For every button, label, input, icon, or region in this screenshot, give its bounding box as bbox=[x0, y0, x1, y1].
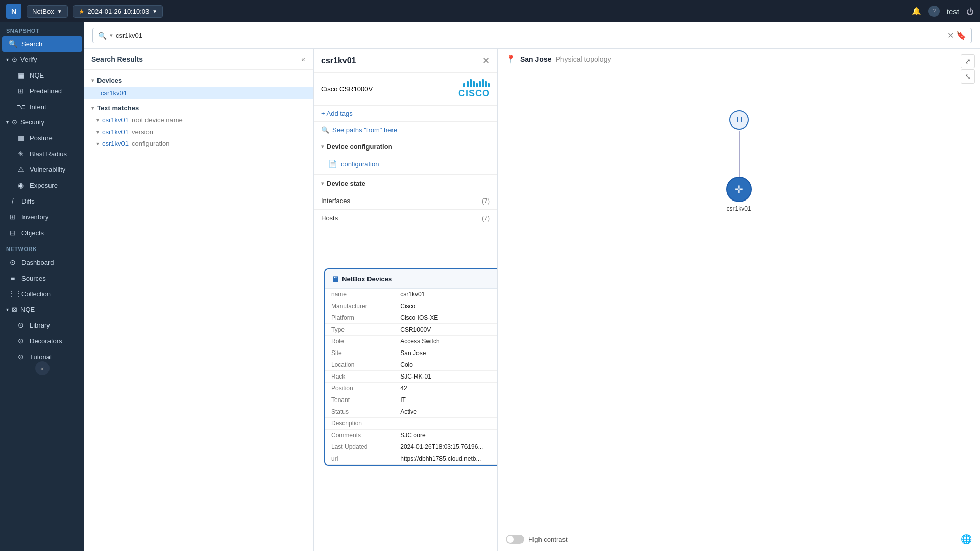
cisco-bars bbox=[463, 79, 490, 87]
topology-panel: 📍 San Jose Physical topology ⤢ ⤡ 🖥 bbox=[498, 49, 980, 551]
sidebar-item-exposure[interactable]: ◉ Exposure bbox=[2, 178, 82, 193]
sidebar-item-predefined[interactable]: ⊞ Predefined bbox=[2, 83, 82, 98]
bell-icon[interactable]: 🔔 bbox=[912, 7, 921, 16]
netbox-dropdown-arrow: ▼ bbox=[57, 9, 62, 14]
decorators-icon: ⊙ bbox=[16, 337, 26, 345]
match2-subgroup[interactable]: ▾ csr1kv01 version bbox=[84, 126, 313, 138]
search-icon: 🔍 bbox=[8, 40, 17, 48]
popup-field-value: 2024-01-26T18:03:15.76196... bbox=[394, 441, 498, 453]
text-matches-group-label[interactable]: ▾ Text matches bbox=[84, 102, 313, 114]
sidebar-verify-toggle[interactable]: ▾ ⊙ Verify bbox=[0, 52, 84, 67]
add-tags-button[interactable]: + Add tags bbox=[321, 110, 353, 117]
search-input[interactable] bbox=[116, 32, 944, 39]
interfaces-count: (7) bbox=[482, 197, 490, 205]
popup-table-row: SiteSan Jose bbox=[325, 347, 498, 359]
sidebar-item-objects[interactable]: ⊟ Objects bbox=[2, 225, 82, 240]
hosts-count: (7) bbox=[482, 214, 490, 222]
sidebar-item-diffs[interactable]: / Diffs bbox=[2, 193, 82, 209]
high-contrast-label: High contrast bbox=[528, 536, 568, 543]
interfaces-section-link[interactable]: Interfaces (7) bbox=[314, 192, 497, 210]
user-label: test bbox=[947, 7, 959, 16]
sidebar-security-toggle[interactable]: ▾ ⊙ Security bbox=[0, 115, 84, 130]
popup-field-value: 42 bbox=[394, 383, 498, 394]
netbox-selector[interactable]: NetBox ▼ bbox=[27, 5, 68, 18]
popup-field-label: Last Updated bbox=[325, 441, 394, 453]
sidebar-item-library[interactable]: ⊙ Library bbox=[2, 317, 82, 333]
netbox-label: NetBox bbox=[32, 8, 54, 15]
popup-field-value: Access Switch bbox=[394, 336, 498, 347]
popup-field-value: CSR1000V bbox=[394, 324, 498, 336]
sidebar-nqe-section-toggle[interactable]: ▾ ⊠ NQE bbox=[0, 302, 84, 317]
globe-icon[interactable]: 🌐 bbox=[961, 534, 972, 545]
popup-field-label: Site bbox=[325, 347, 394, 359]
sidebar-item-search[interactable]: 🔍 Search bbox=[2, 36, 82, 52]
device-result-csr1kv01[interactable]: csr1kv01 bbox=[84, 87, 313, 99]
sidebar-item-posture[interactable]: ▦ Posture bbox=[2, 130, 82, 145]
popup-field-value: https://dbhh1785.cloud.netb... bbox=[394, 453, 498, 465]
cisco-bar-7 bbox=[482, 79, 484, 87]
hosts-section-link[interactable]: Hosts (7) bbox=[314, 210, 497, 227]
popup-table-row: urlhttps://dbhh1785.cloud.netb... bbox=[325, 453, 498, 465]
device-tags-row: + Add tags bbox=[314, 106, 497, 122]
popup-field-label: Platform bbox=[325, 312, 394, 324]
popup-table-row: Position42 bbox=[325, 383, 498, 394]
topology-location: San Jose bbox=[520, 55, 551, 63]
panel-header-actions: « bbox=[300, 54, 306, 64]
popup-table-row: ManufacturerCisco bbox=[325, 300, 498, 312]
verify-arrow-icon: ▾ bbox=[6, 57, 9, 62]
verify-icon: ⊙ bbox=[12, 56, 17, 63]
popup-field-label: Manufacturer bbox=[325, 300, 394, 312]
device-state-section-header[interactable]: ▾ Device state bbox=[314, 175, 497, 192]
match3-subgroup[interactable]: ▾ csr1kv01 configuration bbox=[84, 138, 313, 149]
inventory-icon: ⊞ bbox=[8, 213, 17, 221]
popup-field-value: Cisco bbox=[394, 300, 498, 312]
devices-group-label[interactable]: ▾ Devices bbox=[84, 74, 313, 87]
match1-subgroup[interactable]: ▾ csr1kv01 root device name bbox=[84, 114, 313, 126]
popup-table: namecsr1kv01ManufacturerCiscoPlatformCis… bbox=[325, 289, 498, 465]
app-logo: N bbox=[6, 4, 21, 19]
sidebar-item-nqe[interactable]: ▦ NQE bbox=[2, 67, 82, 83]
sidebar-item-collection[interactable]: ⋮⋮ Collection bbox=[2, 286, 82, 302]
cisco-bar-6 bbox=[479, 81, 481, 87]
match3-arrow-icon: ▾ bbox=[96, 141, 99, 146]
see-paths-link[interactable]: 🔍 See paths "from" here bbox=[321, 126, 490, 134]
sidebar-item-blast-radius[interactable]: ✳ Blast Radius bbox=[2, 146, 82, 161]
sidebar-collapse-button[interactable]: « bbox=[35, 361, 50, 375]
match1-arrow-icon: ▾ bbox=[96, 117, 99, 123]
device-config-section-header[interactable]: ▾ Device configuration bbox=[314, 138, 497, 155]
device-vendor-name: Cisco CSR1000V bbox=[321, 85, 373, 93]
location-pin-icon: 📍 bbox=[506, 54, 516, 64]
topology-node-upstream[interactable]: 🖥 bbox=[729, 110, 749, 130]
search-clear-button[interactable]: ✕ bbox=[947, 31, 954, 40]
config-file-item[interactable]: 📄 configuration bbox=[328, 158, 490, 169]
topology-expand-button[interactable]: ⤢ bbox=[961, 54, 975, 68]
popup-device-icon: 🖥 bbox=[331, 274, 339, 283]
sidebar-item-vulnerability[interactable]: ⚠ Vulnerability bbox=[2, 162, 82, 177]
device-detail-panel: csr1kv01 ✕ Cisco CSR1000V bbox=[314, 49, 498, 551]
device-state-section: ▾ Device state bbox=[314, 175, 497, 192]
popup-field-value: Active bbox=[394, 406, 498, 418]
topology-node-csr1kv01[interactable]: ✛ csr1kv01 bbox=[726, 177, 752, 212]
high-contrast-toggle[interactable] bbox=[506, 535, 524, 544]
help-icon[interactable]: ? bbox=[928, 6, 940, 17]
sidebar-item-dashboard[interactable]: ⊙ Dashboard bbox=[2, 255, 82, 270]
search-type-dropdown[interactable]: ▾ bbox=[110, 32, 113, 39]
collection-icon: ⋮⋮ bbox=[8, 290, 17, 298]
sidebar-item-sources[interactable]: ≡ Sources bbox=[2, 270, 82, 286]
sidebar-item-decorators[interactable]: ⊙ Decorators bbox=[2, 333, 82, 348]
popup-field-label: Type bbox=[325, 324, 394, 336]
nqe-section-icon: ⊠ bbox=[12, 306, 17, 313]
config-arrow-icon: ▾ bbox=[321, 144, 324, 149]
device-panel-close-button[interactable]: ✕ bbox=[482, 55, 490, 66]
vulnerability-icon: ⚠ bbox=[16, 165, 26, 173]
state-arrow-icon: ▾ bbox=[321, 181, 324, 186]
power-icon[interactable]: ⏻ bbox=[966, 7, 974, 16]
snapshot-section: Snapshot bbox=[0, 22, 84, 36]
collapse-panel-button[interactable]: « bbox=[300, 54, 306, 64]
search-save-button[interactable]: 🔖 bbox=[956, 31, 966, 40]
sidebar-item-inventory[interactable]: ⊞ Inventory bbox=[2, 209, 82, 224]
datetime-selector[interactable]: ★ 2024-01-26 10:10:03 ▼ bbox=[73, 5, 163, 18]
search-results-title: Search Results bbox=[91, 55, 143, 63]
cisco-bar-1 bbox=[463, 83, 465, 87]
sidebar-item-intent[interactable]: ⌥ Intent bbox=[2, 99, 82, 114]
